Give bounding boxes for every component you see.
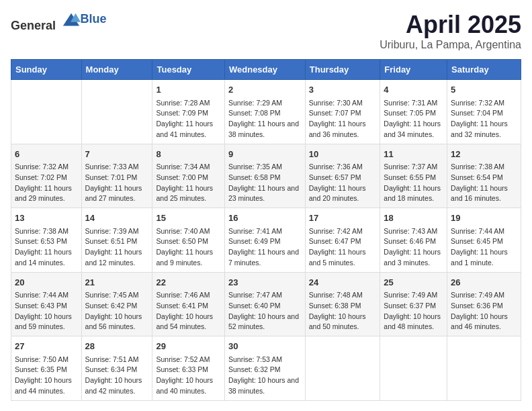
day-header-tuesday: Tuesday bbox=[152, 60, 225, 80]
calendar-cell bbox=[380, 336, 447, 401]
subtitle: Uriburu, La Pampa, Argentina bbox=[380, 39, 521, 51]
day-number: 4 bbox=[384, 83, 443, 97]
calendar-body: 1Sunrise: 7:28 AM Sunset: 7:09 PM Daylig… bbox=[11, 80, 521, 401]
week-row-5: 27Sunrise: 7:50 AM Sunset: 6:35 PM Dayli… bbox=[11, 336, 521, 401]
day-number: 13 bbox=[15, 212, 78, 225]
day-info: Sunrise: 7:51 AM Sunset: 6:34 PM Dayligh… bbox=[85, 355, 149, 397]
calendar-cell: 4Sunrise: 7:31 AM Sunset: 7:05 PM Daylig… bbox=[380, 80, 447, 144]
day-number: 26 bbox=[451, 276, 517, 289]
day-number: 19 bbox=[451, 212, 517, 225]
day-number: 22 bbox=[156, 276, 221, 289]
calendar-cell: 21Sunrise: 7:45 AM Sunset: 6:42 PM Dayli… bbox=[81, 272, 152, 336]
day-number: 14 bbox=[85, 212, 149, 225]
calendar-cell: 17Sunrise: 7:42 AM Sunset: 6:47 PM Dayli… bbox=[305, 208, 380, 273]
calendar-cell: 14Sunrise: 7:39 AM Sunset: 6:51 PM Dayli… bbox=[81, 208, 152, 273]
day-info: Sunrise: 7:32 AM Sunset: 7:04 PM Dayligh… bbox=[451, 98, 517, 140]
calendar-cell: 18Sunrise: 7:43 AM Sunset: 6:46 PM Dayli… bbox=[380, 208, 447, 273]
day-number: 6 bbox=[15, 148, 78, 161]
calendar-cell: 25Sunrise: 7:49 AM Sunset: 6:37 PM Dayli… bbox=[380, 272, 447, 336]
calendar-cell: 19Sunrise: 7:44 AM Sunset: 6:45 PM Dayli… bbox=[447, 208, 521, 273]
day-info: Sunrise: 7:49 AM Sunset: 6:37 PM Dayligh… bbox=[384, 290, 443, 332]
day-info: Sunrise: 7:45 AM Sunset: 6:42 PM Dayligh… bbox=[85, 290, 149, 332]
day-number: 30 bbox=[228, 340, 302, 353]
day-number: 11 bbox=[384, 148, 443, 161]
calendar-cell: 2Sunrise: 7:29 AM Sunset: 7:08 PM Daylig… bbox=[224, 80, 305, 144]
day-info: Sunrise: 7:43 AM Sunset: 6:46 PM Dayligh… bbox=[384, 226, 443, 269]
calendar-cell: 29Sunrise: 7:52 AM Sunset: 6:33 PM Dayli… bbox=[152, 336, 225, 401]
day-info: Sunrise: 7:48 AM Sunset: 6:38 PM Dayligh… bbox=[309, 290, 377, 332]
day-number: 24 bbox=[309, 276, 377, 289]
day-number: 21 bbox=[85, 276, 149, 289]
day-number: 15 bbox=[156, 212, 221, 225]
day-info: Sunrise: 7:37 AM Sunset: 6:55 PM Dayligh… bbox=[384, 162, 443, 204]
day-info: Sunrise: 7:33 AM Sunset: 7:01 PM Dayligh… bbox=[85, 162, 149, 204]
week-row-1: 1Sunrise: 7:28 AM Sunset: 7:09 PM Daylig… bbox=[11, 80, 521, 144]
day-info: Sunrise: 7:35 AM Sunset: 6:58 PM Dayligh… bbox=[228, 162, 302, 204]
day-info: Sunrise: 7:47 AM Sunset: 6:40 PM Dayligh… bbox=[228, 290, 302, 332]
day-number: 18 bbox=[384, 212, 443, 225]
day-number: 29 bbox=[156, 340, 221, 353]
day-info: Sunrise: 7:28 AM Sunset: 7:09 PM Dayligh… bbox=[156, 98, 221, 140]
calendar-cell: 3Sunrise: 7:30 AM Sunset: 7:07 PM Daylig… bbox=[305, 80, 380, 144]
calendar-cell: 5Sunrise: 7:32 AM Sunset: 7:04 PM Daylig… bbox=[447, 80, 521, 144]
day-number: 1 bbox=[156, 83, 221, 97]
day-info: Sunrise: 7:50 AM Sunset: 6:35 PM Dayligh… bbox=[15, 355, 78, 397]
day-number: 10 bbox=[309, 148, 377, 161]
calendar-cell bbox=[447, 336, 521, 401]
calendar-cell: 9Sunrise: 7:35 AM Sunset: 6:58 PM Daylig… bbox=[224, 144, 305, 208]
week-row-4: 20Sunrise: 7:44 AM Sunset: 6:43 PM Dayli… bbox=[11, 272, 521, 336]
calendar-cell: 7Sunrise: 7:33 AM Sunset: 7:01 PM Daylig… bbox=[81, 144, 152, 208]
calendar-cell: 13Sunrise: 7:38 AM Sunset: 6:53 PM Dayli… bbox=[11, 208, 82, 273]
calendar-cell: 28Sunrise: 7:51 AM Sunset: 6:34 PM Dayli… bbox=[81, 336, 152, 401]
calendar-cell: 15Sunrise: 7:40 AM Sunset: 6:50 PM Dayli… bbox=[152, 208, 225, 273]
day-number: 25 bbox=[384, 276, 443, 289]
day-number: 20 bbox=[15, 276, 78, 289]
calendar-table: SundayMondayTuesdayWednesdayThursdayFrid… bbox=[11, 59, 521, 401]
day-info: Sunrise: 7:49 AM Sunset: 6:36 PM Dayligh… bbox=[451, 290, 517, 332]
day-header-saturday: Saturday bbox=[447, 60, 521, 80]
day-info: Sunrise: 7:41 AM Sunset: 6:49 PM Dayligh… bbox=[228, 226, 302, 269]
day-info: Sunrise: 7:39 AM Sunset: 6:51 PM Dayligh… bbox=[85, 226, 149, 269]
calendar-cell: 10Sunrise: 7:36 AM Sunset: 6:57 PM Dayli… bbox=[305, 144, 380, 208]
logo-icon bbox=[62, 11, 81, 30]
calendar-cell bbox=[81, 80, 152, 144]
calendar-cell: 23Sunrise: 7:47 AM Sunset: 6:40 PM Dayli… bbox=[224, 272, 305, 336]
day-info: Sunrise: 7:32 AM Sunset: 7:02 PM Dayligh… bbox=[15, 162, 78, 204]
day-info: Sunrise: 7:31 AM Sunset: 7:05 PM Dayligh… bbox=[384, 98, 443, 140]
day-info: Sunrise: 7:42 AM Sunset: 6:47 PM Dayligh… bbox=[309, 226, 377, 269]
calendar-cell: 8Sunrise: 7:34 AM Sunset: 7:00 PM Daylig… bbox=[152, 144, 225, 208]
header: General Blue April 2025 Uriburu, La Pamp… bbox=[11, 11, 521, 51]
day-info: Sunrise: 7:44 AM Sunset: 6:43 PM Dayligh… bbox=[15, 290, 78, 332]
days-header-row: SundayMondayTuesdayWednesdayThursdayFrid… bbox=[11, 60, 521, 80]
day-number: 2 bbox=[228, 83, 302, 97]
day-header-wednesday: Wednesday bbox=[224, 60, 305, 80]
calendar-cell: 12Sunrise: 7:38 AM Sunset: 6:54 PM Dayli… bbox=[447, 144, 521, 208]
logo-general: General bbox=[11, 19, 56, 32]
day-info: Sunrise: 7:44 AM Sunset: 6:45 PM Dayligh… bbox=[451, 226, 517, 269]
calendar-cell: 6Sunrise: 7:32 AM Sunset: 7:02 PM Daylig… bbox=[11, 144, 82, 208]
day-number: 28 bbox=[85, 340, 149, 353]
logo: General Blue bbox=[11, 11, 107, 33]
day-info: Sunrise: 7:30 AM Sunset: 7:07 PM Dayligh… bbox=[309, 98, 377, 140]
day-info: Sunrise: 7:29 AM Sunset: 7:08 PM Dayligh… bbox=[228, 98, 302, 140]
calendar-cell: 20Sunrise: 7:44 AM Sunset: 6:43 PM Dayli… bbox=[11, 272, 82, 336]
day-number: 23 bbox=[228, 276, 302, 289]
day-info: Sunrise: 7:38 AM Sunset: 6:53 PM Dayligh… bbox=[15, 226, 78, 269]
day-info: Sunrise: 7:46 AM Sunset: 6:41 PM Dayligh… bbox=[156, 290, 221, 332]
calendar-cell: 24Sunrise: 7:48 AM Sunset: 6:38 PM Dayli… bbox=[305, 272, 380, 336]
calendar-cell: 22Sunrise: 7:46 AM Sunset: 6:41 PM Dayli… bbox=[152, 272, 225, 336]
week-row-3: 13Sunrise: 7:38 AM Sunset: 6:53 PM Dayli… bbox=[11, 208, 521, 273]
calendar-cell: 30Sunrise: 7:53 AM Sunset: 6:32 PM Dayli… bbox=[224, 336, 305, 401]
day-number: 7 bbox=[85, 148, 149, 161]
day-number: 27 bbox=[15, 340, 78, 353]
day-number: 12 bbox=[451, 148, 517, 161]
day-info: Sunrise: 7:34 AM Sunset: 7:00 PM Dayligh… bbox=[156, 162, 221, 204]
calendar-cell: 16Sunrise: 7:41 AM Sunset: 6:49 PM Dayli… bbox=[224, 208, 305, 273]
day-number: 5 bbox=[451, 83, 517, 97]
day-number: 17 bbox=[309, 212, 377, 225]
day-info: Sunrise: 7:52 AM Sunset: 6:33 PM Dayligh… bbox=[156, 355, 221, 397]
main-title: April 2025 bbox=[380, 11, 521, 39]
calendar-cell bbox=[11, 80, 82, 144]
calendar-cell: 26Sunrise: 7:49 AM Sunset: 6:36 PM Dayli… bbox=[447, 272, 521, 336]
day-info: Sunrise: 7:53 AM Sunset: 6:32 PM Dayligh… bbox=[228, 355, 302, 397]
